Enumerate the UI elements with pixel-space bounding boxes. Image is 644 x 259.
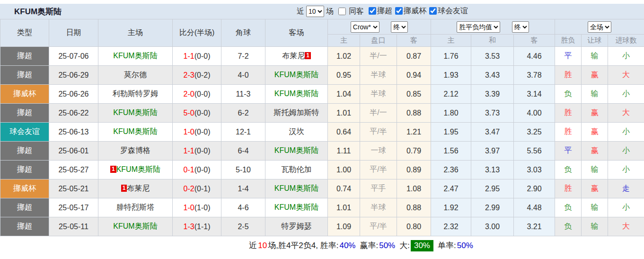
avg-draw-cell: 3.13	[471, 161, 514, 179]
avg-draw-cell: 2.99	[471, 198, 514, 217]
odds-handicap-cell: 一球	[360, 142, 397, 161]
league-filter-checkbox-1[interactable]	[395, 7, 403, 15]
odds-away-cell: 0.88	[397, 198, 431, 217]
league-cell: 挪威杯	[0, 85, 49, 104]
odds-away-cell: 1.08	[397, 179, 431, 198]
score-cell: 0-1(0-0)	[173, 161, 221, 179]
odds-time-select[interactable]: 终	[391, 21, 408, 33]
away-team-cell: 布莱尼1	[265, 47, 328, 66]
result-goals-cell: 小	[608, 47, 644, 66]
result-group-header: 全场	[555, 19, 644, 35]
bookmaker-select[interactable]: Crow*	[351, 21, 379, 33]
away-team-cell: KFUM奥斯陆	[265, 198, 328, 217]
page-title: KFUM奥斯陆	[0, 6, 62, 17]
avg-home-cell: 1.76	[431, 47, 471, 66]
home-team-cell: KFUM奥斯陆	[98, 217, 173, 236]
corners-cell: 4-6	[221, 198, 265, 217]
date-cell: 25-05-11	[49, 217, 98, 236]
same-venue-checkbox[interactable]	[338, 8, 346, 15]
league-cell: 挪超	[0, 161, 49, 179]
date-cell: 25-05-27	[49, 161, 98, 179]
league-cell: 挪超	[0, 66, 49, 85]
avg-away-cell: 3.14	[514, 85, 555, 104]
result-handicap-cell: 赢	[582, 123, 608, 142]
col-header-type: 类型	[0, 19, 49, 47]
home-team-cell: KFUM奥斯陆	[98, 104, 173, 123]
avg-draw-cell: 3.97	[471, 142, 514, 161]
avg-home-cell: 1.80	[431, 104, 471, 123]
result-goals-cell: 大	[608, 217, 644, 236]
avg-away-cell: 3.21	[514, 217, 555, 236]
score-cell: 0-2(0-1)	[173, 179, 221, 198]
score-cell: 1-1(0-0)	[173, 47, 221, 66]
home-team-cell: 1布莱尼	[98, 179, 173, 198]
match-row: 挪超25-06-22KFUM奥斯陆5-0(0-0)6-2斯托姆加斯特1.01半/…	[0, 104, 644, 123]
col-header-away: 客场	[265, 19, 328, 47]
corners-cell: 12-1	[221, 123, 265, 142]
summary-near: 近	[249, 240, 257, 251]
corners-cell: 1-4	[221, 179, 265, 198]
date-cell: 25-06-01	[49, 142, 98, 161]
filter-controls: 近 10 场 同客 挪超挪威杯球会友谊	[295, 6, 468, 17]
league-cell: 挪超	[0, 142, 49, 161]
league-cell: 球会友谊	[0, 123, 49, 142]
near-count-select[interactable]: 10	[306, 6, 324, 17]
score-cell: 1-1(0-0)	[173, 142, 221, 161]
result-handicap-cell: 赢	[582, 179, 608, 198]
result-handicap-cell: 输	[582, 217, 608, 236]
result-handicap-cell: 赢	[582, 142, 608, 161]
league-cell: 挪超	[0, 104, 49, 123]
odds-away-cell: 0.88	[397, 104, 431, 123]
avg-group-header: 胜平负均值 终	[431, 19, 555, 35]
odds-handicap-cell: 半球	[360, 66, 397, 85]
odds-handicap-cell: 平/半	[360, 123, 397, 142]
match-row: 挪威杯25-05-211布莱尼0-2(0-1)1-4KFUM奥斯陆0.74平手1…	[0, 179, 644, 198]
avg-time-select[interactable]: 终	[512, 21, 529, 33]
home-team-cell: 罗森博格	[98, 142, 173, 161]
result-handicap-cell: 输	[582, 47, 608, 66]
summary-single-label: 单率:	[438, 240, 456, 251]
odds-handicap-cell: 半/一	[360, 104, 397, 123]
league-filter-checkbox-0[interactable]	[369, 7, 376, 15]
summary-win-rate: 40%	[339, 241, 355, 250]
avg-draw-cell: 3.73	[471, 104, 514, 123]
summary-handicap-rate: 50%	[379, 241, 395, 250]
avg-draw-cell: 3.53	[471, 47, 514, 66]
odds-home-cell: 1.00	[328, 161, 360, 179]
col-header-date: 日期	[49, 19, 98, 47]
match-row: 挪超25-05-271KFUM奥斯陆0-1(0-0)5-10瓦勒伦加1.00平/…	[0, 161, 644, 179]
league-cell: 挪超	[0, 47, 49, 66]
score-cell: 1-3(1-1)	[173, 217, 221, 236]
subheader-result-wdl: 胜负	[555, 35, 582, 47]
avg-home-cell: 1.93	[431, 66, 471, 85]
date-cell: 25-07-06	[49, 47, 98, 66]
avg-away-cell: 3.03	[514, 161, 555, 179]
avg-type-select[interactable]: 胜平负均值	[457, 21, 500, 33]
corners-cell: 2-5	[221, 217, 265, 236]
result-wdl-cell: 平	[555, 47, 582, 66]
home-team-cell: KFUM奥斯陆	[98, 47, 173, 66]
match-history-table: 类型 日期 主场 比分(半场) 角球 客场 Crow* 终 胜平负均值 终 全场…	[0, 19, 644, 236]
odds-group-header: Crow* 终	[328, 19, 431, 35]
result-goals-cell: 大	[608, 66, 644, 85]
odds-home-cell: 1.09	[328, 217, 360, 236]
odds-handicap-cell: 半球	[360, 198, 397, 217]
odds-home-cell: 0.64	[328, 123, 360, 142]
date-cell: 25-05-17	[49, 198, 98, 217]
summary-footer: 近10场,胜4平2负4, 胜率:40% 赢率:50% 大:30% 单率:50%	[0, 236, 644, 255]
result-wdl-cell: 胜	[555, 179, 582, 198]
avg-home-cell: 2.12	[431, 85, 471, 104]
odds-away-cell: 0.89	[397, 161, 431, 179]
full-match-select[interactable]: 全场	[588, 21, 611, 33]
avg-draw-cell: 3.47	[471, 123, 514, 142]
score-cell: 1-0(0-0)	[173, 123, 221, 142]
league-filter-checkbox-2[interactable]	[429, 7, 437, 15]
odds-home-cell: 0.95	[328, 66, 360, 85]
match-row: 挪超25-05-11KFUM奥斯陆1-3(1-1)2-5特罗姆瑟1.09平/半0…	[0, 217, 644, 236]
league-cell: 挪超	[0, 217, 49, 236]
corners-cell: 6-2	[221, 104, 265, 123]
home-team-cell: 腓特烈斯塔	[98, 198, 173, 217]
avg-away-cell: 4.46	[514, 47, 555, 66]
result-wdl-cell: 平	[555, 142, 582, 161]
odds-home-cell: 1.11	[328, 142, 360, 161]
